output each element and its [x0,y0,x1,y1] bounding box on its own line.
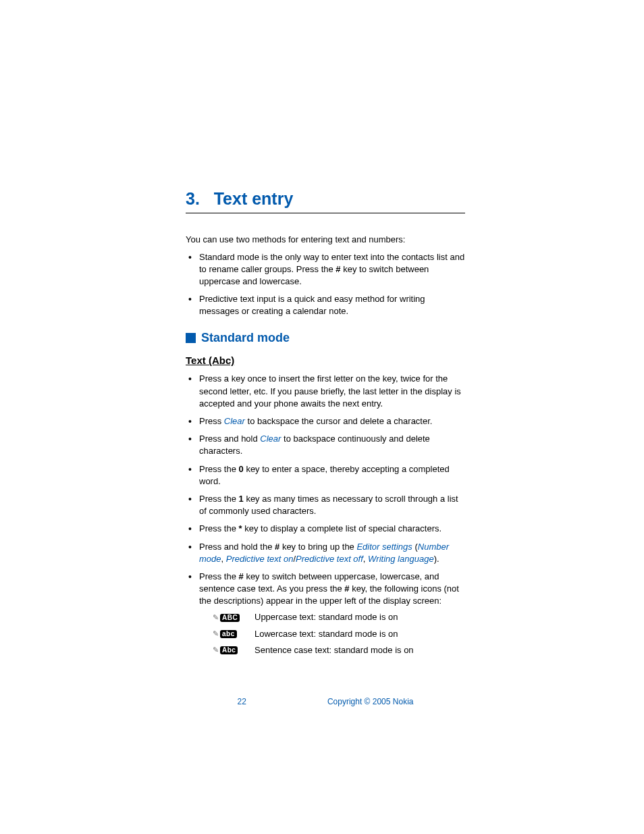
chapter-title: 3. Text entry [186,189,465,213]
editor-settings-link[interactable]: Editor settings [356,542,412,552]
list-item: Press the 1 key as many times as necessa… [186,493,465,517]
clear-link[interactable]: Clear [260,434,281,444]
section-title: Standard mode [201,331,290,345]
page-footer: 22 Copyright © 2005 Nokia [186,697,465,706]
icon-row-sentence: ✎ Abc Sentence case text: standard mode … [213,644,465,656]
abc-uppercase-icon: ✎ ABC [213,613,246,623]
abc-lowercase-icon: ✎ abc [213,629,246,639]
list-item: Press the * key to display a complete li… [186,523,465,535]
pencil-icon: ✎ [213,629,219,639]
list-item: Press the 0 key to enter a space, thereb… [186,463,465,488]
document-page: 3. Text entry You can use two methods fo… [0,0,644,760]
methods-list: Standard mode is the only way to enter t… [186,251,465,318]
abc-sentence-icon: ✎ Abc [213,645,246,655]
list-item: Press and hold Clear to backspace contin… [186,433,465,457]
list-item: Press a key once to insert the first let… [186,373,465,410]
pencil-icon: ✎ [213,613,219,623]
methods-item: Predictive text input is a quick and eas… [186,293,465,317]
subsection-title: Text (Abc) [186,355,465,366]
page-number: 22 [238,697,246,706]
icon-description: Sentence case text: standard mode is on [254,644,414,656]
section-square-icon [186,333,196,343]
list-item: Press the # key to switch between upperc… [186,571,465,656]
clear-link[interactable]: Clear [224,416,245,426]
predictive-off-link[interactable]: Predictive text off [296,554,363,564]
list-item: Press and hold the # key to bring up the… [186,541,465,565]
writing-language-link[interactable]: Writing language [368,554,434,564]
chapter-name: Text entry [214,189,294,208]
chapter-number: 3. [186,189,200,208]
icon-row-lowercase: ✎ abc Lowercase text: standard mode is o… [213,628,465,640]
icon-description: Uppercase text: standard mode is on [254,611,398,623]
copyright-text: Copyright © 2005 Nokia [327,697,414,706]
methods-item: Standard mode is the only way to enter t… [186,251,465,288]
section-heading: Standard mode [186,331,465,345]
icon-row-uppercase: ✎ ABC Uppercase text: standard mode is o… [213,611,465,623]
icon-description: Lowercase text: standard mode is on [254,628,398,640]
pencil-icon: ✎ [213,645,219,655]
list-item: Press Clear to backspace the cursor and … [186,415,465,427]
intro-text: You can use two methods for entering tex… [186,234,465,246]
instructions-list: Press a key once to insert the first let… [186,373,465,656]
predictive-on-link[interactable]: Predictive text on [226,554,294,564]
